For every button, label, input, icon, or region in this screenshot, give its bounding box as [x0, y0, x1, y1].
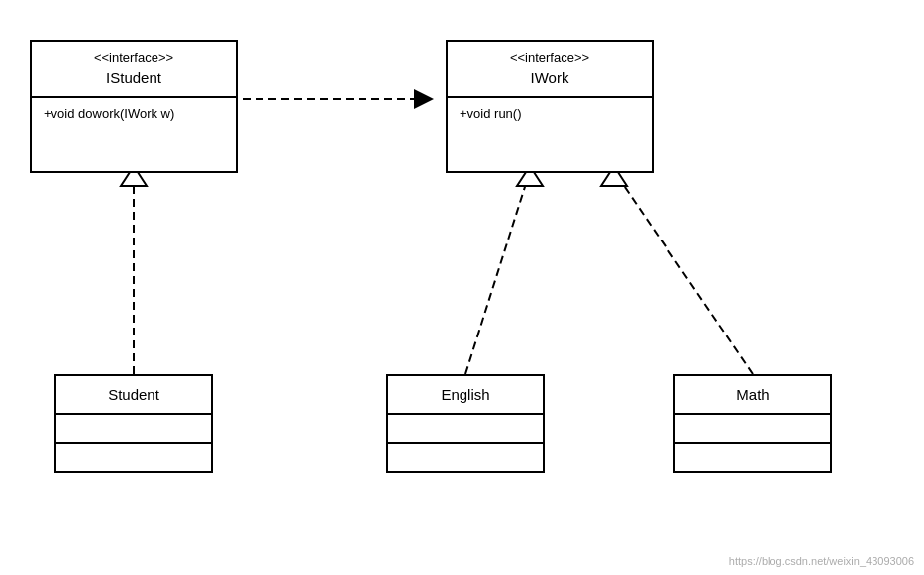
- realize-arrow-english-iwork: [465, 171, 530, 374]
- class-box-iwork: <<interface>> IWork +void run(): [446, 40, 654, 173]
- iwork-name: IWork: [460, 67, 640, 88]
- english-section1: [388, 413, 543, 442]
- diagram-container: <<interface>> IStudent +void dowork(IWor…: [0, 0, 924, 575]
- math-name: Math: [687, 384, 818, 405]
- istudent-methods: +void dowork(IWork w): [32, 96, 236, 129]
- class-box-math: Math: [673, 374, 832, 473]
- istudent-header: <<interface>> IStudent: [32, 42, 236, 96]
- iwork-methods: +void run(): [448, 96, 652, 129]
- english-name: English: [400, 384, 531, 405]
- math-section2: [675, 442, 830, 472]
- class-box-istudent: <<interface>> IStudent +void dowork(IWor…: [30, 40, 238, 173]
- istudent-name: IStudent: [44, 67, 224, 88]
- watermark: https://blog.csdn.net/weixin_43093006: [729, 555, 914, 567]
- english-section2: [388, 442, 543, 472]
- class-box-english: English: [386, 374, 545, 473]
- istudent-stereotype: <<interface>>: [44, 49, 224, 67]
- realize-arrow-math-iwork: [614, 171, 753, 374]
- iwork-header: <<interface>> IWork: [448, 42, 652, 96]
- math-section1: [675, 413, 830, 442]
- class-box-student: Student: [54, 374, 213, 473]
- iwork-stereotype: <<interface>>: [460, 49, 640, 67]
- student-name: Student: [68, 384, 199, 405]
- english-header: English: [388, 376, 543, 413]
- math-header: Math: [675, 376, 830, 413]
- student-section1: [56, 413, 211, 442]
- student-section2: [56, 442, 211, 472]
- student-header: Student: [56, 376, 211, 413]
